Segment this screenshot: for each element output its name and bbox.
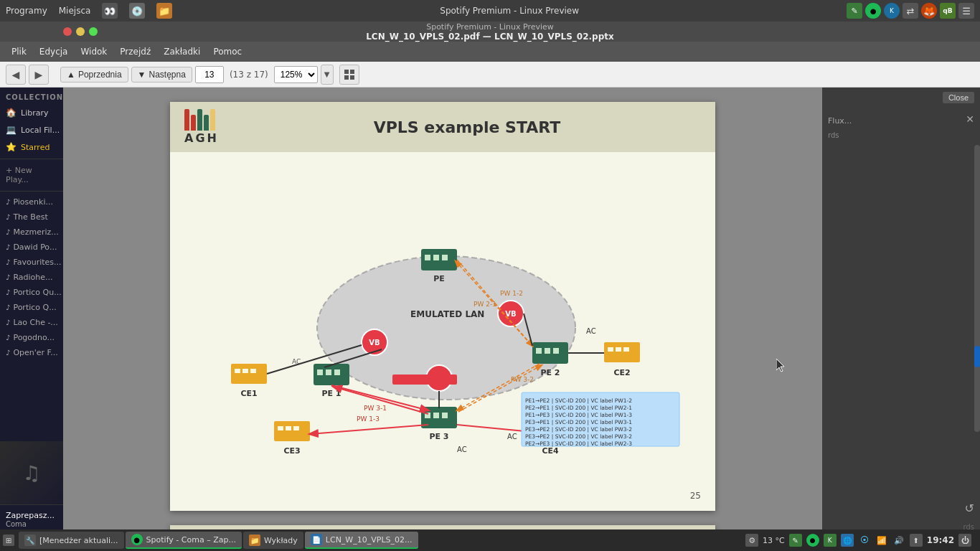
menu-plik[interactable]: Plik — [6, 44, 32, 59]
tray-wifi[interactable]: 📶 — [875, 534, 888, 547]
taskbar-app-0[interactable]: 🔧 [Menedżer aktuali... — [19, 532, 124, 549]
nav-forward[interactable]: ▶ — [29, 65, 49, 85]
rotate-button[interactable]: ↺ — [965, 501, 974, 515]
slide-page-number: 25 — [690, 491, 701, 501]
local-files-icon: 💻 — [6, 125, 17, 135]
title-bar: Spotify Premium - Linux Preview LCN_W_10… — [0, 22, 980, 42]
svg-rect-40 — [623, 347, 629, 352]
svg-rect-3 — [350, 75, 354, 80]
svg-rect-23 — [433, 413, 439, 418]
sidebar-local-files[interactable]: 💻 Local Fil... — [0, 121, 63, 138]
tray-volume[interactable]: 🔊 — [892, 534, 905, 547]
title-bar-text: Spotify Premium - Linux Preview LCN_W_10… — [366, 22, 614, 42]
playlist-item-10[interactable]: ♪Open'er F... — [0, 345, 63, 360]
playlist-item-5[interactable]: ♪Radiohe... — [0, 270, 63, 285]
svg-rect-34 — [242, 369, 248, 373]
programy-menu[interactable]: Programy — [6, 6, 47, 16]
tray-kwrite[interactable]: K — [824, 534, 837, 547]
system-icon-folder[interactable]: 📁 — [156, 3, 172, 19]
svg-text:PE1→PE2 | SVC-ID 200 | VC labe: PE1→PE2 | SVC-ID 200 | VC label PW1-2 — [525, 397, 632, 404]
playlist-item-1[interactable]: ♪The Best — [0, 209, 63, 225]
svg-text:AC: AC — [586, 327, 596, 335]
svg-rect-1 — [350, 70, 354, 74]
tray-settings[interactable]: ⚙ — [745, 534, 758, 547]
playlist-item-8[interactable]: ♪Lao Che -... — [0, 315, 63, 330]
menu-przejdz[interactable]: Przejdź — [114, 44, 156, 59]
view-toggle[interactable] — [339, 65, 359, 85]
svg-text:PE3→PE2 | SVC-ID 200 | VC labe: PE3→PE2 | SVC-ID 200 | VC label PW3-2 — [525, 433, 632, 440]
window-minimize[interactable] — [76, 27, 85, 36]
menu-zakładki[interactable]: Zakładki — [158, 44, 206, 59]
close-x-button[interactable]: ✕ — [966, 113, 974, 125]
zoom-dropdown[interactable]: ▼ — [321, 65, 334, 85]
playlist-item-3[interactable]: ♪Dawid Po... — [0, 240, 63, 255]
sidebar-starred[interactable]: ⭐ Starred — [0, 138, 63, 156]
nav-back[interactable]: ◀ — [6, 65, 26, 85]
agh-logo: AGH — [184, 109, 219, 145]
tray-bluetooth[interactable]: ⦿ — [858, 534, 871, 547]
window-close[interactable] — [63, 27, 72, 36]
taskbar-app-3[interactable]: 📄 LCN_W_10_VPLS_02... — [305, 532, 418, 549]
playlist-item-4[interactable]: ♪Favourites... — [0, 255, 63, 270]
taskbar-app-2[interactable]: 📁 Wykłady — [243, 532, 303, 549]
menu-pomoc[interactable]: Pomoc — [207, 44, 248, 59]
system-bar-left: Programy Miejsca 👀 💿 📁 — [6, 3, 172, 19]
menu-widok[interactable]: Widok — [75, 44, 113, 59]
playlist-item-9[interactable]: ♪Pogodno... — [0, 330, 63, 345]
toolbar: ◀ ▶ ▲ Poprzednia ▼ Następna (13 z 17) 12… — [0, 62, 980, 88]
svg-rect-43 — [278, 426, 283, 430]
svg-line-72 — [457, 425, 532, 432]
sidebar-divider-2 — [0, 191, 63, 192]
playlist-item-0[interactable]: ♪Piosenki... — [0, 194, 63, 209]
svg-text:AC: AC — [507, 433, 517, 441]
firefox-icon[interactable]: 🦊 — [921, 3, 937, 19]
tray-spotify[interactable]: ● — [806, 534, 819, 547]
svg-line-71 — [310, 425, 428, 434]
right-panel: Close ✕ Flux... rds ↺ rds — [822, 88, 980, 551]
svg-text:AC: AC — [457, 446, 467, 453]
tray-power[interactable]: ⏻ — [958, 534, 971, 547]
svg-rect-39 — [616, 347, 621, 352]
tray-update[interactable]: ⬆ — [910, 534, 923, 547]
zoom-select[interactable]: 125% 100% 75% 150% — [274, 66, 318, 83]
library-icon: 🏠 — [6, 108, 17, 118]
system-icon-cd[interactable]: 💿 — [129, 3, 145, 19]
system-icon-eyes[interactable]: 👀 — [102, 3, 118, 19]
taskbar-start[interactable]: ⊞ — [3, 534, 14, 546]
playlist-item-7[interactable]: ♪Portico Q... — [0, 300, 63, 315]
spotify-icon[interactable]: ● — [865, 3, 881, 19]
miejsca-menu[interactable]: Miejsca — [59, 6, 91, 16]
playlist-item-6[interactable]: ♪Portico Qu... — [0, 285, 63, 300]
window-maximize[interactable] — [89, 27, 98, 36]
right-scrollbar-thumb[interactable] — [974, 346, 980, 367]
sidebar-library[interactable]: 🏠 Library — [0, 104, 63, 121]
taskbar-app-1[interactable]: ● Spotify - Coma – Zap... — [126, 532, 242, 549]
prev-button[interactable]: ▲ Poprzednia — [60, 67, 128, 83]
svg-rect-33 — [235, 369, 240, 373]
svg-text:PE 1: PE 1 — [321, 389, 341, 398]
next-button[interactable]: ▼ Następna — [131, 67, 192, 83]
svg-rect-24 — [442, 413, 448, 418]
tray-network[interactable]: 🌐 — [841, 534, 854, 547]
new-playlist-button[interactable]: + New Play... — [0, 162, 63, 188]
svg-text:PW 1-2: PW 1-2 — [500, 290, 523, 297]
page-input[interactable] — [195, 66, 224, 83]
taskbar-app-icon-1: ● — [131, 534, 143, 545]
slide-header: AGH VPLS example START — [170, 102, 715, 152]
systray: ⚙ 13 °C ✎ ● K 🌐 ⦿ 📶 🔊 ⬆ 19:42 ⏻ — [740, 534, 977, 547]
svg-text:PW 1-3: PW 1-3 — [357, 415, 380, 423]
menu-edycja[interactable]: Edycja — [34, 44, 74, 59]
kde-icon[interactable]: K — [884, 3, 900, 19]
qb-icon[interactable]: qB — [940, 3, 956, 19]
notes-icon[interactable]: ✎ — [847, 3, 862, 19]
svg-text:PE 2: PE 2 — [540, 368, 560, 377]
arrow-icon[interactable]: ⇄ — [903, 3, 918, 19]
taskbar-app-icon-2: 📁 — [249, 534, 260, 546]
doc-viewer: AGH VPLS example START EMULATED LAN — [63, 88, 822, 551]
playlist-item-2[interactable]: ♪Mezmeriz... — [0, 225, 63, 240]
tray-notes[interactable]: ✎ — [789, 534, 802, 547]
menu-icon[interactable]: ☰ — [958, 3, 974, 19]
main-layout: COLLECTION 🏠 Library 💻 Local Fil... ⭐ St… — [0, 88, 980, 551]
page-info: (13 z 17) — [227, 70, 271, 80]
close-button[interactable]: Close — [943, 92, 974, 103]
